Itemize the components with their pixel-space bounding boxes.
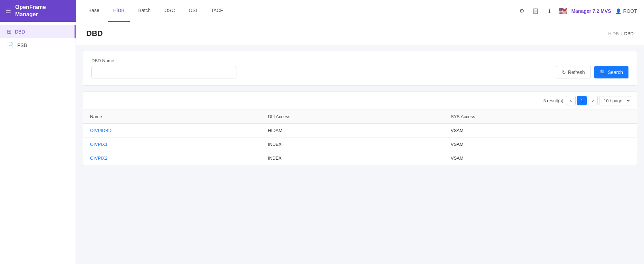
breadcrumb-separator: /	[621, 31, 622, 36]
cell-sys-access: VSAM	[444, 151, 637, 165]
tab-osc[interactable]: OSC	[159, 0, 180, 22]
search-row: ↻ Refresh 🔍 Search	[91, 66, 628, 78]
nav-tabs: Base HiDB Batch OSC OSI TACF	[76, 0, 517, 22]
page-header: DBD HiDB / DBD	[76, 22, 644, 45]
bookmark-icon[interactable]: 📋	[531, 6, 540, 16]
manager-label: Manager 7.2 MVS	[571, 8, 611, 14]
col-header-sys: SYS Access	[444, 110, 637, 124]
table-row: OIVPIX1INDEXVSAM	[83, 138, 637, 151]
tab-tacf[interactable]: TACF	[205, 0, 229, 22]
table-wrapper: Name DLI Access SYS Access OIVPIDBDHIDAM…	[83, 110, 637, 165]
cell-name[interactable]: OIVPIX2	[83, 151, 261, 165]
tab-hidb[interactable]: HiDB	[108, 0, 130, 22]
results-table: Name DLI Access SYS Access OIVPIDBDHIDAM…	[83, 110, 637, 165]
results-count: 3 result(s)	[543, 98, 563, 103]
logo-text: OpenFrame Manager	[15, 4, 46, 18]
search-section: DBD Name ↻ Refresh 🔍 Search	[83, 51, 637, 86]
results-section: 3 result(s) < 1 > 10 / page 20 / page 50…	[83, 91, 637, 165]
search-label: Search	[608, 69, 623, 75]
search-button[interactable]: 🔍 Search	[594, 66, 628, 78]
nav-right: ⚙ 📋 ℹ 🇺🇸 Manager 7.2 MVS 👤 ROOT	[517, 6, 644, 16]
col-header-dli: DLI Access	[261, 110, 444, 124]
page-title: DBD	[86, 29, 103, 38]
sidebar-item-dbd[interactable]: ⊞ DBD	[0, 25, 76, 38]
breadcrumb: HiDB / DBD	[608, 31, 634, 36]
tab-base[interactable]: Base	[83, 0, 105, 22]
sidebar-item-psb-label: PSB	[17, 43, 27, 48]
breadcrumb-current: DBD	[624, 31, 634, 36]
main-layout: ⊞ DBD 📄 PSB DBD HiDB / DBD DBD Name	[0, 22, 644, 264]
sidebar-item-psb[interactable]: 📄 PSB	[0, 38, 76, 52]
table-row: OIVPIDBDHIDAMVSAM	[83, 124, 637, 138]
sidebar-item-dbd-label: DBD	[15, 29, 25, 35]
prev-page-button[interactable]: <	[566, 96, 576, 105]
col-header-name: Name	[83, 110, 261, 124]
button-group: ↻ Refresh 🔍 Search	[556, 66, 628, 78]
logo-area: ☰ OpenFrame Manager	[0, 0, 76, 22]
tab-osi[interactable]: OSI	[183, 0, 203, 22]
user-icon: 👤	[615, 8, 621, 14]
top-navigation: ☰ OpenFrame Manager Base HiDB Batch OSC …	[0, 0, 644, 22]
search-field-label: DBD Name	[91, 58, 628, 63]
table-row: OIVPIX2INDEXVSAM	[83, 151, 637, 165]
settings-icon[interactable]: ⚙	[517, 6, 527, 16]
search-icon: 🔍	[600, 69, 606, 75]
psb-icon: 📄	[7, 42, 14, 48]
main-content: DBD HiDB / DBD DBD Name ↻ Refresh 🔍	[76, 22, 644, 264]
refresh-button[interactable]: ↻ Refresh	[556, 66, 591, 78]
refresh-icon: ↻	[562, 69, 566, 75]
user-label: ROOT	[623, 8, 637, 14]
dbd-name-input[interactable]	[91, 66, 236, 78]
tab-batch[interactable]: Batch	[133, 0, 156, 22]
cell-dli-access: HIDAM	[261, 124, 444, 138]
pagination: < 1 > 10 / page 20 / page 50 / page	[566, 96, 631, 105]
page-size-select[interactable]: 10 / page 20 / page 50 / page	[599, 96, 631, 105]
refresh-label: Refresh	[568, 69, 585, 75]
user-area[interactable]: 👤 ROOT	[615, 8, 637, 14]
cell-name[interactable]: OIVPIDBD	[83, 124, 261, 138]
page-1-button[interactable]: 1	[577, 96, 587, 105]
results-header: 3 result(s) < 1 > 10 / page 20 / page 50…	[83, 92, 637, 110]
info-icon[interactable]: ℹ	[545, 6, 554, 16]
sidebar: ⊞ DBD 📄 PSB	[0, 22, 76, 264]
breadcrumb-parent: HiDB	[608, 31, 619, 36]
cell-sys-access: VSAM	[444, 124, 637, 138]
flag-icon[interactable]: 🇺🇸	[558, 7, 567, 15]
cell-sys-access: VSAM	[444, 138, 637, 151]
table-header-row: Name DLI Access SYS Access	[83, 110, 637, 124]
cell-dli-access: INDEX	[261, 138, 444, 151]
dbd-icon: ⊞	[7, 28, 11, 35]
cell-name[interactable]: OIVPIX1	[83, 138, 261, 151]
cell-dli-access: INDEX	[261, 151, 444, 165]
hamburger-icon[interactable]: ☰	[6, 7, 11, 15]
next-page-button[interactable]: >	[588, 96, 598, 105]
